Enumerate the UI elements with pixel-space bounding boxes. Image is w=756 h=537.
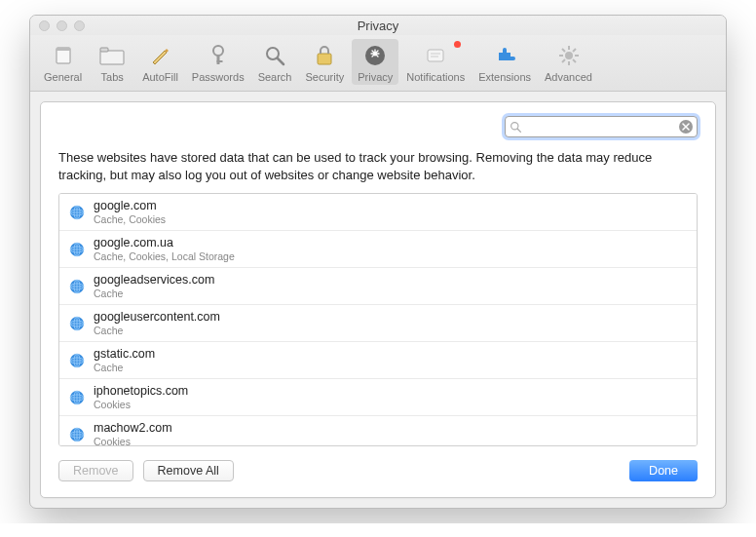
svg-rect-6 (216, 60, 222, 62)
done-button[interactable]: Done (629, 460, 698, 481)
clear-search-button[interactable] (679, 120, 693, 134)
svg-line-19 (562, 49, 565, 52)
svg-point-4 (213, 46, 223, 56)
tab-label: Search (258, 71, 292, 83)
site-detail: Cache (94, 288, 214, 299)
remove-button[interactable]: Remove (58, 460, 133, 481)
site-row[interactable]: google.com Cache, Cookies (59, 194, 697, 231)
description-text: These websites have stored data that can… (58, 149, 698, 183)
site-detail: Cookies (94, 399, 188, 410)
site-domain: googleadservices.com (94, 273, 214, 287)
globe-icon (69, 205, 85, 220)
advanced-icon (555, 42, 583, 69)
tab-label: Tabs (101, 71, 124, 83)
globe-icon (69, 353, 85, 368)
site-domain: gstatic.com (94, 347, 155, 361)
svg-rect-2 (100, 51, 124, 64)
svg-rect-1 (57, 48, 70, 51)
preferences-toolbar: GeneralTabsAutoFillPasswordsSearchSecuri… (30, 35, 726, 92)
site-domain: machow2.com (94, 421, 172, 435)
site-detail: Cookies (94, 436, 172, 446)
remove-all-button[interactable]: Remove All (143, 460, 234, 481)
window-title: Privacy (30, 19, 726, 33)
site-domain: google.com.ua (94, 236, 235, 249)
tab-label: Advanced (545, 71, 592, 83)
tab-label: AutoFill (142, 71, 178, 83)
tab-autofill[interactable]: AutoFill (136, 39, 184, 85)
tab-notifications[interactable]: Notifications (400, 39, 471, 85)
tab-security[interactable]: Security (299, 39, 350, 85)
globe-icon (69, 242, 85, 257)
search-row (58, 116, 698, 137)
svg-line-8 (278, 58, 284, 64)
tab-label: Notifications (406, 71, 465, 83)
globe-icon (69, 390, 85, 405)
svg-rect-3 (100, 48, 108, 52)
globe-icon (69, 279, 85, 294)
site-detail: Cache (94, 362, 155, 373)
tab-search[interactable]: Search (252, 39, 298, 85)
svg-line-24 (517, 129, 520, 132)
websites-list[interactable]: google.com Cache, Cookies google.com.ua … (58, 193, 698, 446)
tab-advanced[interactable]: Advanced (539, 39, 598, 85)
notification-badge (454, 41, 461, 48)
search-icon (261, 42, 288, 69)
svg-line-20 (573, 59, 576, 62)
site-row[interactable]: machow2.com Cookies (59, 416, 697, 446)
tab-label: General (44, 71, 82, 83)
svg-rect-9 (318, 54, 331, 64)
clear-icon (682, 123, 690, 131)
tab-label: Security (305, 71, 344, 83)
site-detail: Cache, Cookies (94, 213, 166, 225)
site-domain: googleusercontent.com (94, 310, 220, 324)
globe-icon (69, 316, 85, 331)
extensions-icon (491, 42, 518, 69)
site-row[interactable]: iphonetopics.com Cookies (59, 379, 697, 416)
site-domain: iphonetopics.com (94, 384, 188, 398)
privacy-icon (361, 42, 389, 69)
titlebar: Privacy (30, 16, 726, 35)
site-row[interactable]: googleusercontent.com Cache (59, 305, 697, 342)
passwords-icon (205, 42, 232, 69)
tab-label: Passwords (192, 71, 245, 83)
autofill-icon (146, 42, 173, 69)
site-row[interactable]: gstatic.com Cache (59, 342, 697, 379)
tab-extensions[interactable]: Extensions (472, 39, 537, 85)
privacy-panel: These websites have stored data that can… (40, 101, 716, 498)
svg-rect-5 (216, 55, 219, 64)
site-search-field[interactable] (505, 116, 698, 137)
tab-label: Privacy (358, 71, 393, 83)
tab-passwords[interactable]: Passwords (186, 39, 250, 85)
svg-line-21 (562, 59, 565, 62)
site-search-input[interactable] (522, 120, 679, 134)
general-icon (50, 42, 77, 69)
security-icon (311, 42, 338, 69)
tab-general[interactable]: General (38, 39, 88, 85)
site-domain: google.com (94, 199, 166, 212)
tab-label: Extensions (478, 71, 531, 83)
button-row: Remove Remove All Done (58, 460, 698, 481)
tab-privacy[interactable]: Privacy (352, 39, 398, 85)
search-icon (510, 121, 522, 134)
globe-icon (69, 427, 85, 442)
site-detail: Cache (94, 325, 220, 336)
svg-rect-11 (428, 50, 443, 61)
tab-tabs[interactable]: Tabs (90, 39, 134, 85)
tabs-icon (98, 42, 126, 69)
site-row[interactable]: googleadservices.com Cache (59, 268, 697, 305)
svg-line-22 (573, 49, 576, 52)
privacy-preferences-window: Privacy GeneralTabsAutoFillPasswordsSear… (29, 15, 727, 509)
notifications-icon (422, 42, 449, 69)
svg-point-14 (565, 52, 573, 59)
site-row[interactable]: google.com.ua Cache, Cookies, Local Stor… (59, 231, 697, 268)
site-detail: Cache, Cookies, Local Storage (94, 250, 235, 262)
